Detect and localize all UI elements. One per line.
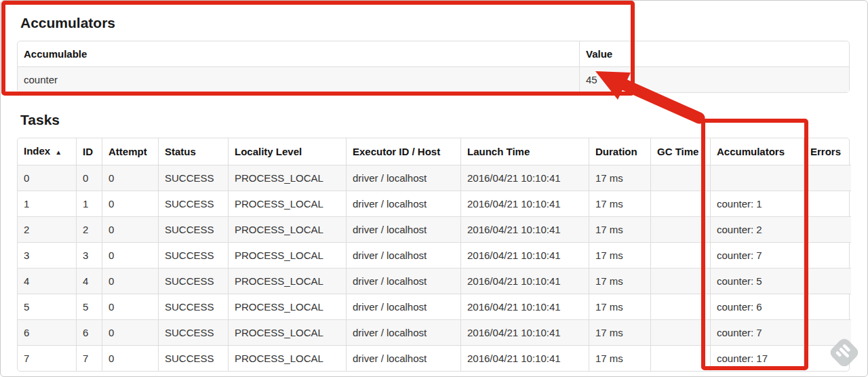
task-row: 0 0 0 SUCCESS PROCESS_LOCAL driver / loc… xyxy=(18,165,851,191)
cell-accumulators: counter: 2 xyxy=(710,216,804,242)
cell-locality: PROCESS_LOCAL xyxy=(228,191,346,216)
cell-attempt: 0 xyxy=(102,191,158,216)
table-header-row: Index▲ ID Attempt Status Locality Level … xyxy=(18,138,851,165)
sort-asc-icon: ▲ xyxy=(55,148,62,156)
cell-launch-time: 2016/04/21 10:10:41 xyxy=(460,268,589,294)
task-row: 7 7 0 SUCCESS PROCESS_LOCAL driver / loc… xyxy=(18,345,851,371)
cell-launch-time: 2016/04/21 10:10:41 xyxy=(460,165,589,191)
cell-status: SUCCESS xyxy=(158,268,228,294)
col-header-launch-time[interactable]: Launch Time xyxy=(460,138,589,165)
cell-status: SUCCESS xyxy=(158,294,228,319)
cell-locality: PROCESS_LOCAL xyxy=(228,242,346,268)
cell-executor: driver / localhost xyxy=(346,345,460,371)
cell-executor: driver / localhost xyxy=(346,242,460,268)
cell-executor: driver / localhost xyxy=(346,268,460,294)
cell-accumulators: counter: 7 xyxy=(710,319,804,345)
col-header-attempt[interactable]: Attempt xyxy=(102,138,158,165)
cell-gc-time xyxy=(650,268,710,294)
task-row: 3 3 0 SUCCESS PROCESS_LOCAL driver / loc… xyxy=(18,242,851,268)
cell-locality: PROCESS_LOCAL xyxy=(228,345,346,371)
cell-gc-time xyxy=(650,165,710,191)
cell-duration: 17 ms xyxy=(589,268,650,294)
cell-errors xyxy=(804,165,851,191)
cell-errors xyxy=(804,216,851,242)
cell-status: SUCCESS xyxy=(158,191,228,216)
cell-executor: driver / localhost xyxy=(346,319,460,345)
cell-accumulators xyxy=(710,165,804,191)
tasks-heading: Tasks xyxy=(20,112,850,128)
cell-index: 4 xyxy=(18,268,76,294)
cell-attempt: 0 xyxy=(102,294,158,319)
cell-locality: PROCESS_LOCAL xyxy=(228,268,346,294)
accumulators-heading: Accumulators xyxy=(20,15,850,31)
col-header-errors[interactable]: Errors xyxy=(804,138,851,165)
cell-id: 6 xyxy=(76,319,102,345)
col-header-duration[interactable]: Duration xyxy=(589,138,650,165)
cell-gc-time xyxy=(650,191,710,216)
col-header-index[interactable]: Index▲ xyxy=(18,138,76,165)
cell-index: 0 xyxy=(18,165,76,191)
cell-gc-time xyxy=(650,345,710,371)
cell-errors xyxy=(804,294,851,319)
task-row: 4 4 0 SUCCESS PROCESS_LOCAL driver / loc… xyxy=(18,268,851,294)
col-header-id[interactable]: ID xyxy=(76,138,102,165)
cell-id: 3 xyxy=(76,242,102,268)
cell-errors xyxy=(804,345,851,371)
cell-duration: 17 ms xyxy=(589,242,650,268)
cell-launch-time: 2016/04/21 10:10:41 xyxy=(460,345,589,371)
table-header-row: Accumulable Value xyxy=(18,41,849,66)
cell-status: SUCCESS xyxy=(158,216,228,242)
col-header-accumulable[interactable]: Accumulable xyxy=(18,41,579,66)
cell-duration: 17 ms xyxy=(589,165,650,191)
cell-id: 2 xyxy=(76,216,102,242)
cell-locality: PROCESS_LOCAL xyxy=(228,319,346,345)
cell-launch-time: 2016/04/21 10:10:41 xyxy=(460,216,589,242)
task-row: 5 5 0 SUCCESS PROCESS_LOCAL driver / loc… xyxy=(18,294,851,319)
cell-status: SUCCESS xyxy=(158,165,228,191)
cell-id: 0 xyxy=(76,165,102,191)
col-header-status[interactable]: Status xyxy=(158,138,228,165)
task-row: 6 6 0 SUCCESS PROCESS_LOCAL driver / loc… xyxy=(18,319,851,345)
cell-status: SUCCESS xyxy=(158,319,228,345)
cell-executor: driver / localhost xyxy=(346,294,460,319)
cell-status: SUCCESS xyxy=(158,242,228,268)
cell-gc-time xyxy=(650,242,710,268)
cell-errors xyxy=(804,268,851,294)
cell-id: 7 xyxy=(76,345,102,371)
cell-attempt: 0 xyxy=(102,242,158,268)
col-header-locality-level[interactable]: Locality Level xyxy=(228,138,346,165)
col-header-gc-time[interactable]: GC Time xyxy=(650,138,710,165)
col-header-value[interactable]: Value xyxy=(579,41,849,66)
cell-errors xyxy=(804,242,851,268)
col-header-executor-id-host[interactable]: Executor ID / Host xyxy=(346,138,460,165)
cell-attempt: 0 xyxy=(102,268,158,294)
cell-accumulators: counter: 5 xyxy=(710,268,804,294)
cell-attempt: 0 xyxy=(102,319,158,345)
cell-duration: 17 ms xyxy=(589,294,650,319)
cell-index: 5 xyxy=(18,294,76,319)
cell-accumulators: counter: 7 xyxy=(710,242,804,268)
cell-attempt: 0 xyxy=(102,345,158,371)
cell-errors xyxy=(804,191,851,216)
cell-locality: PROCESS_LOCAL xyxy=(228,294,346,319)
cell-gc-time xyxy=(650,294,710,319)
cell-index: 7 xyxy=(18,345,76,371)
cell-attempt: 0 xyxy=(102,216,158,242)
cell-value: 45 xyxy=(579,66,849,92)
col-header-index-label: Index xyxy=(24,145,50,157)
tasks-table: Index▲ ID Attempt Status Locality Level … xyxy=(17,138,850,372)
page-content: Accumulators Accumulable Value counter 4… xyxy=(0,0,868,372)
accumulators-table: Accumulable Value counter 45 xyxy=(17,41,850,93)
cell-launch-time: 2016/04/21 10:10:41 xyxy=(460,242,589,268)
cell-duration: 17 ms xyxy=(589,191,650,216)
accumulator-row: counter 45 xyxy=(18,66,849,92)
cell-launch-time: 2016/04/21 10:10:41 xyxy=(460,191,589,216)
cell-id: 1 xyxy=(76,191,102,216)
cell-duration: 17 ms xyxy=(589,319,650,345)
cell-launch-time: 2016/04/21 10:10:41 xyxy=(460,319,589,345)
col-header-accumulators[interactable]: Accumulators xyxy=(710,138,804,165)
cell-id: 4 xyxy=(76,268,102,294)
cell-executor: driver / localhost xyxy=(346,191,460,216)
cell-locality: PROCESS_LOCAL xyxy=(228,216,346,242)
cell-attempt: 0 xyxy=(102,165,158,191)
